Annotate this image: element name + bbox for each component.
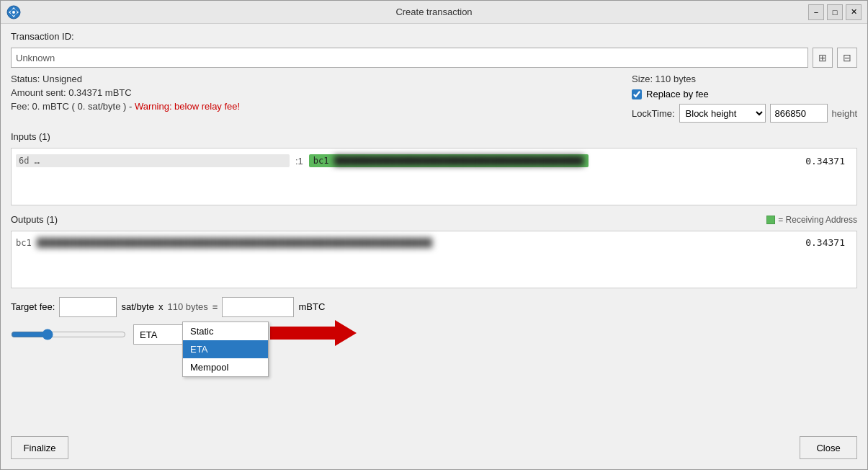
receiving-legend-text: = Receiving Address bbox=[778, 215, 857, 225]
info-left: Status: Unsigned Amount sent: 0.34371 mB… bbox=[11, 74, 617, 123]
table-row: bc1 ████████████████████████████████████… bbox=[14, 234, 854, 251]
close-button[interactable]: Close bbox=[800, 436, 857, 459]
tx-id-input-row: ⊞ ⊟ bbox=[11, 48, 857, 68]
locktime-suffix: height bbox=[832, 108, 857, 119]
content-area: Transaction ID: ⊞ ⊟ Status: Unsigned Amo… bbox=[1, 24, 867, 469]
footer-row: Finalize Close bbox=[11, 436, 857, 462]
qr-tx-button[interactable]: ⊟ bbox=[837, 48, 857, 68]
copy-tx-button[interactable]: ⊞ bbox=[813, 48, 833, 68]
receiving-legend: = Receiving Address bbox=[766, 215, 857, 225]
fee-type-dropdown: Static ETA Mempool bbox=[182, 322, 269, 377]
input-amount: 0.34371 bbox=[805, 156, 852, 167]
dropdown-item-mempool[interactable]: Mempool bbox=[183, 358, 268, 376]
replace-by-fee-checkbox[interactable] bbox=[632, 89, 642, 99]
window-title: Create transaction bbox=[395, 6, 472, 17]
main-window: Create transaction − □ ✕ Transaction ID:… bbox=[0, 0, 868, 470]
tx-id-label: Transaction ID: bbox=[11, 31, 74, 42]
replace-by-fee-label: Replace by fee bbox=[646, 89, 709, 99]
input-address: bc1 ████████████████████████████████████… bbox=[309, 154, 589, 167]
table-row: 6d █████████████████████████████████████… bbox=[14, 151, 854, 170]
sat-byte-unit: sat/byte bbox=[121, 297, 154, 317]
maximize-button[interactable]: □ bbox=[827, 4, 843, 20]
inputs-label: Inputs (1) bbox=[11, 131, 50, 142]
info-section: Status: Unsigned Amount sent: 0.34371 mB… bbox=[11, 74, 857, 123]
fee-sat-input[interactable] bbox=[59, 297, 117, 317]
minimize-button[interactable]: − bbox=[808, 4, 824, 20]
title-bar-left bbox=[6, 5, 21, 19]
output-amount: 0.34371 bbox=[805, 237, 852, 248]
input-index: :1 bbox=[295, 156, 303, 167]
mbtc-unit: mBTC bbox=[298, 297, 325, 317]
info-right: Size: 110 bytes Replace by fee LockTime:… bbox=[617, 74, 857, 123]
fee-warning: Warning: below relay fee! bbox=[135, 101, 240, 112]
outputs-table: bc1 ████████████████████████████████████… bbox=[11, 231, 857, 288]
locktime-value-input[interactable] bbox=[770, 104, 828, 123]
outputs-header: Outputs (1) = Receiving Address bbox=[11, 214, 857, 225]
arrow-indicator bbox=[270, 320, 357, 346]
bytes-label: 110 bytes bbox=[167, 297, 207, 317]
receiving-color-box bbox=[766, 216, 775, 224]
tx-id-input[interactable] bbox=[11, 48, 808, 68]
finalize-button[interactable]: Finalize bbox=[11, 436, 68, 459]
app-icon bbox=[6, 5, 21, 19]
size-line: Size: 110 bytes bbox=[632, 74, 857, 84]
equals-label: = bbox=[212, 297, 218, 317]
close-window-button[interactable]: ✕ bbox=[846, 4, 862, 20]
fee-line: Fee: 0. mBTC ( 0. sat/byte ) - Warning: … bbox=[11, 101, 617, 112]
output-address: bc1 ████████████████████████████████████… bbox=[16, 238, 432, 248]
input-hash: 6d █████████████████████████████████████… bbox=[16, 154, 290, 167]
title-bar-controls: − □ ✕ bbox=[808, 4, 862, 20]
dropdown-item-static[interactable]: Static bbox=[183, 322, 268, 340]
multiplier-label: x bbox=[158, 297, 164, 317]
title-bar: Create transaction − □ ✕ bbox=[1, 1, 867, 24]
dropdown-item-eta[interactable]: ETA bbox=[183, 340, 268, 358]
replace-fee-row: Replace by fee bbox=[632, 89, 857, 99]
transaction-id-row: Transaction ID: bbox=[11, 31, 857, 42]
fee-slider[interactable] bbox=[11, 329, 126, 340]
inputs-table: 6d █████████████████████████████████████… bbox=[11, 148, 857, 205]
inputs-header: Inputs (1) bbox=[11, 131, 857, 142]
fee-mbtc-input[interactable] bbox=[222, 297, 294, 317]
red-arrow-icon bbox=[270, 320, 357, 346]
target-fee-label: Target fee: bbox=[11, 297, 55, 317]
status-line: Status: Unsigned bbox=[11, 74, 617, 84]
outputs-label: Outputs (1) bbox=[11, 214, 58, 225]
locktime-type-select[interactable]: Block height Timestamp bbox=[679, 104, 766, 123]
amount-line: Amount sent: 0.34371 mBTC bbox=[11, 87, 617, 98]
locktime-label: LockTime: bbox=[632, 108, 674, 119]
bottom-section: Target fee: sat/byte x 110 bytes = mBTC … bbox=[11, 297, 857, 345]
fee-prefix: Fee: 0. mBTC ( 0. sat/byte ) - bbox=[11, 101, 132, 112]
locktime-row: LockTime: Block height Timestamp height bbox=[632, 104, 857, 123]
